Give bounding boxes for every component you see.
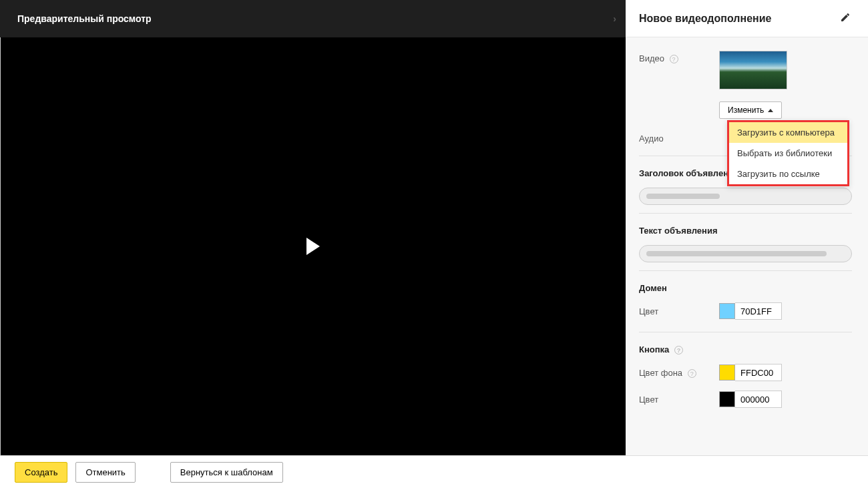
- panel-title: Новое видеодополнение: [639, 13, 771, 25]
- play-icon[interactable]: [306, 238, 320, 255]
- button-bg-row: Цвет фона ?: [639, 364, 852, 381]
- audio-label: Аудио: [639, 131, 719, 144]
- button-text-input[interactable]: [735, 391, 782, 408]
- dropdown-choose-library[interactable]: Выбрать из библиотеки: [729, 143, 847, 164]
- chevron-up-icon: [768, 109, 773, 112]
- side-header: Новое видеодополнение: [626, 0, 868, 37]
- video-preview-area[interactable]: [0, 37, 626, 455]
- button-section: Кнопка ?: [639, 344, 852, 354]
- ad-text-input[interactable]: [639, 245, 852, 262]
- button-text-row: Цвет: [639, 391, 852, 408]
- preview-pane: Предварительный просмотр ›: [0, 0, 626, 455]
- video-thumbnail[interactable]: [719, 51, 787, 89]
- preview-header: Предварительный просмотр ›: [0, 0, 626, 37]
- video-label: Видео ?: [639, 51, 719, 63]
- create-button[interactable]: Создать: [15, 462, 67, 483]
- domain-color-label: Цвет: [639, 306, 719, 316]
- help-icon[interactable]: ?: [674, 346, 683, 354]
- change-video-button[interactable]: Изменить: [719, 101, 782, 119]
- dropdown-upload-link[interactable]: Загрузить по ссылке: [729, 164, 847, 184]
- domain-section: Домен: [639, 283, 852, 293]
- chevron-right-icon[interactable]: ›: [613, 13, 616, 24]
- button-bg-label: Цвет фона ?: [639, 368, 719, 378]
- video-row: Видео ? Изменить: [639, 51, 852, 119]
- cancel-button[interactable]: Отменить: [75, 462, 135, 483]
- button-bg-swatch[interactable]: [719, 364, 735, 381]
- domain-color-swatch[interactable]: [719, 303, 735, 319]
- side-panel: ✕ Новое видеодополнение Видео ? Изменить: [626, 0, 868, 455]
- change-dropdown: Загрузить с компьютера Выбрать из библио…: [727, 120, 849, 186]
- ad-title-input[interactable]: [639, 188, 852, 205]
- button-bg-input[interactable]: [735, 364, 782, 381]
- dropdown-upload-computer[interactable]: Загрузить с компьютера: [729, 122, 847, 143]
- bottom-bar: Создать Отменить Вернуться к шаблонам: [0, 456, 868, 488]
- domain-color-row: Цвет: [639, 302, 852, 320]
- panel-scroll[interactable]: Видео ? Изменить Аудио Заголово: [626, 37, 868, 455]
- preview-title: Предварительный просмотр: [17, 13, 152, 24]
- button-text-swatch[interactable]: [719, 391, 735, 407]
- back-to-templates-button[interactable]: Вернуться к шаблонам: [170, 462, 283, 483]
- help-icon[interactable]: ?: [670, 55, 678, 63]
- help-icon[interactable]: ?: [688, 369, 696, 378]
- ad-text-section: Текст объявления: [639, 226, 852, 236]
- pencil-icon[interactable]: [840, 12, 851, 25]
- domain-color-input[interactable]: [735, 302, 782, 320]
- button-text-label: Цвет: [639, 395, 719, 405]
